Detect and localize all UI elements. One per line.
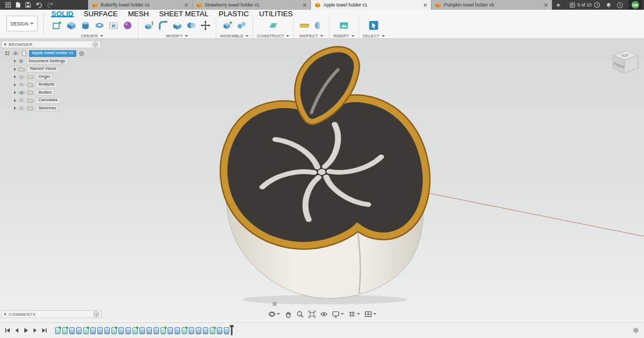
group-label-insert[interactable]: INSERT — [333, 32, 354, 39]
redo-button[interactable] — [47, 2, 54, 8]
timeline-feature-icon[interactable] — [168, 327, 173, 334]
timeline-sketch-icon[interactable] — [132, 327, 138, 334]
browser-item-label[interactable]: Origin — [36, 74, 52, 80]
group-label-construct[interactable]: CONSTRUCT — [257, 32, 289, 39]
comments-settings-button[interactable] — [94, 312, 99, 317]
visibility-eye-icon[interactable] — [18, 82, 25, 87]
timeline-feature-icon[interactable] — [154, 327, 159, 334]
measure-button[interactable] — [297, 18, 311, 32]
orbit-button[interactable] — [267, 310, 281, 318]
go-to-start-button[interactable] — [4, 327, 11, 334]
visibility-eye-icon[interactable] — [18, 98, 25, 103]
timeline-feature-icon[interactable] — [217, 327, 222, 334]
construction-plane-button[interactable] — [267, 18, 280, 32]
create-form-button[interactable] — [121, 18, 134, 32]
viewcube[interactable]: TOP FRONT — [602, 40, 643, 82]
document-tab-strawberry[interactable]: Strawberry towel holder v1 — [192, 0, 311, 10]
expand-arrow-icon[interactable] — [14, 83, 16, 87]
browser-settings-button[interactable] — [92, 42, 98, 47]
expand-arrow-icon[interactable] — [14, 99, 16, 102]
browser-item-label[interactable]: Canvases — [36, 97, 61, 104]
timeline-sketch-icon[interactable] — [210, 327, 215, 334]
timeline-feature-icon[interactable] — [76, 327, 82, 334]
activate-component-radio[interactable] — [79, 51, 84, 56]
display-settings-button[interactable] — [331, 310, 345, 318]
browser-item-label[interactable]: Sketches — [36, 105, 59, 111]
grid-settings-button[interactable] — [347, 310, 361, 318]
group-label-create[interactable]: CREATE — [81, 32, 104, 39]
browser-item-origin[interactable]: Origin — [1, 74, 101, 81]
help-icon[interactable]: ? — [617, 2, 623, 8]
collapse-comments-icon[interactable] — [4, 313, 6, 316]
workspace-selector-button[interactable]: DESIGN — [6, 16, 38, 31]
zoom-button[interactable] — [295, 310, 305, 318]
expand-arrow-icon[interactable] — [14, 107, 16, 110]
profile-button[interactable]: GM — [628, 0, 642, 10]
timeline-sketch-icon[interactable] — [111, 327, 117, 334]
browser-item-label[interactable]: Bodies — [36, 89, 54, 96]
group-label-modify[interactable]: MODIFY — [166, 32, 188, 39]
timeline-feature-icon[interactable] — [140, 327, 145, 334]
browser-root-row[interactable]: Apple towel holder v1 — [1, 50, 101, 57]
browser-item-label[interactable]: Analysis — [36, 82, 57, 88]
close-tab-icon[interactable] — [303, 3, 307, 7]
browser-root-label[interactable]: Apple towel holder v1 — [29, 50, 76, 57]
tab-solid[interactable]: SOLID — [51, 10, 74, 17]
fit-button[interactable] — [307, 310, 317, 318]
browser-item-sketches[interactable]: Sketches — [1, 105, 101, 112]
browser-item-label[interactable]: Named Views — [27, 66, 59, 72]
section-analysis-button[interactable] — [311, 18, 325, 32]
visibility-eye-icon[interactable] — [12, 51, 19, 56]
tab-surface[interactable]: SURFACE — [83, 10, 118, 17]
data-panel-toggle-button[interactable] — [5, 2, 11, 8]
timeline-sketch-icon[interactable] — [182, 327, 187, 334]
group-label-select[interactable]: SELECT — [363, 32, 385, 39]
play-button[interactable] — [22, 327, 30, 334]
timeline-sketch-icon[interactable] — [62, 327, 68, 334]
history-icon[interactable] — [594, 2, 600, 8]
move-copy-button[interactable] — [198, 18, 212, 32]
combine-button[interactable] — [184, 18, 198, 32]
timeline-feature-icon[interactable] — [104, 327, 110, 334]
document-tab-butterfly[interactable]: Butterfly towel holder v1 — [88, 0, 192, 10]
timeline-feature-icon[interactable] — [125, 327, 131, 334]
joint-button[interactable] — [235, 18, 248, 32]
pan-button[interactable] — [283, 310, 293, 318]
close-tab-icon[interactable] — [544, 3, 548, 7]
close-tab-icon[interactable] — [184, 3, 188, 7]
notifications-bell-icon[interactable] — [606, 2, 612, 8]
browser-item-analysis[interactable]: Analysis — [1, 81, 101, 88]
timeline-feature-icon[interactable] — [203, 327, 208, 334]
undo-button[interactable] — [35, 2, 43, 8]
tab-sheet-metal[interactable]: SHEET METAL — [158, 10, 209, 17]
go-to-end-button[interactable] — [41, 327, 48, 334]
insert-canvas-button[interactable] — [337, 18, 350, 32]
step-forward-button[interactable] — [31, 327, 39, 334]
timeline-feature-icon[interactable] — [189, 327, 194, 334]
tab-utilities[interactable]: UTILITIES — [258, 10, 293, 17]
timeline-feature-icon[interactable] — [147, 327, 152, 334]
file-menu-button[interactable] — [15, 2, 21, 8]
timeline-sketch-icon[interactable] — [161, 327, 166, 334]
timeline-playhead[interactable] — [231, 326, 233, 335]
browser-item-named-views[interactable]: Named Views — [1, 65, 101, 72]
create-sketch-button[interactable] — [50, 18, 64, 32]
save-button[interactable] — [25, 2, 31, 8]
timeline-feature-icon[interactable] — [196, 327, 201, 334]
group-label-inspect[interactable]: INSPECT — [300, 32, 324, 39]
expand-arrow-icon[interactable] — [14, 91, 16, 94]
browser-item-document-settings[interactable]: Document Settings — [1, 58, 101, 65]
timeline-feature-icon[interactable] — [90, 327, 96, 334]
group-label-assemble[interactable]: ASSEMBLE — [220, 32, 249, 39]
timeline-feature-icon[interactable] — [97, 327, 103, 334]
timeline-feature-icon[interactable] — [175, 327, 180, 334]
job-status[interactable]: 5 of 10 — [569, 0, 592, 10]
tab-plastic[interactable]: PLASTIC — [218, 10, 250, 17]
timeline-sketch-icon[interactable] — [55, 327, 61, 334]
cylinder-button[interactable] — [78, 18, 92, 32]
visibility-eye-icon[interactable] — [18, 75, 25, 79]
viewports-button[interactable] — [363, 310, 377, 318]
browser-item-bodies[interactable]: Bodies — [1, 89, 101, 96]
primitive-box-button[interactable] — [64, 18, 78, 32]
new-component-button[interactable] — [221, 18, 234, 32]
